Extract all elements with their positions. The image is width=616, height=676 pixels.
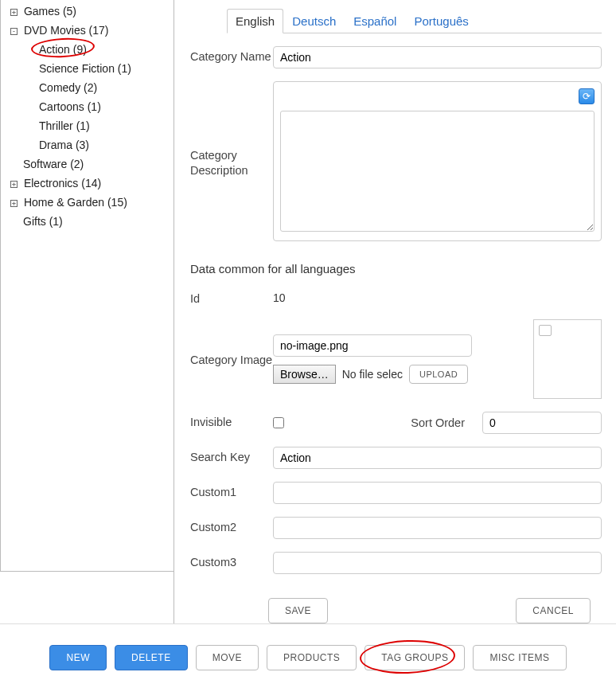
expand-icon[interactable]: + <box>10 200 18 207</box>
label-category-image: Category Image <box>190 350 273 368</box>
tree-label: Science Fiction (1) <box>39 62 131 75</box>
language-tabs: English Deutsch Español Português <box>227 8 602 33</box>
tree-item-scifi[interactable]: Science Fiction (1) <box>4 59 173 78</box>
tree-item-games[interactable]: + Games (5) <box>4 2 173 21</box>
expand-icon[interactable]: + <box>10 9 18 16</box>
tag-groups-button[interactable]: TAG GROUPS <box>365 645 465 670</box>
label-custom1: Custom1 <box>190 482 273 500</box>
tree-item-thriller[interactable]: Thriller (1) <box>4 116 173 135</box>
category-form: English Deutsch Español Português Catego… <box>173 0 616 623</box>
tree-label: Gifts (1) <box>23 215 63 228</box>
label-invisible: Invisible <box>190 412 273 430</box>
section-common-heading: Data common for all languages <box>190 262 602 275</box>
expand-icon[interactable]: + <box>10 181 18 188</box>
editor-toggle-icon[interactable]: ⟳ <box>579 88 595 104</box>
tree-label: Drama (3) <box>39 139 89 151</box>
tree-label: Games (5) <box>24 5 76 18</box>
image-file-input[interactable] <box>273 334 472 357</box>
move-button[interactable]: MOVE <box>196 645 259 670</box>
collapse-icon[interactable]: - <box>10 28 18 35</box>
new-button[interactable]: NEW <box>49 645 107 670</box>
label-category-description: Category Description <box>190 145 273 178</box>
tab-english[interactable]: English <box>227 9 283 33</box>
category-tree: + Games (5) - DVD Movies (17) Action (9)… <box>0 0 173 572</box>
label-category-name: Category Name <box>190 46 273 64</box>
tree-item-dvd[interactable]: - DVD Movies (17) <box>4 21 173 40</box>
no-file-label: No file selec <box>342 368 403 381</box>
invisible-checkbox[interactable] <box>273 417 284 428</box>
id-value: 10 <box>273 288 602 304</box>
tree-label: Electronics (14) <box>24 177 101 190</box>
bottom-toolbar: NEW DELETE MOVE PRODUCTS TAG GROUPS MISC… <box>0 645 616 670</box>
label-custom3: Custom3 <box>190 552 273 570</box>
label-custom2: Custom2 <box>190 517 273 535</box>
search-key-input[interactable] <box>273 447 602 469</box>
tree-item-software[interactable]: Software (2) <box>4 154 173 174</box>
delete-button[interactable]: DELETE <box>115 645 188 670</box>
tab-espanol[interactable]: Español <box>345 9 405 33</box>
tree-label: Software (2) <box>23 158 84 170</box>
tree-item-drama[interactable]: Drama (3) <box>4 135 173 154</box>
tree-label: DVD Movies (17) <box>24 24 109 37</box>
tree-item-comedy[interactable]: Comedy (2) <box>4 78 173 97</box>
tab-portugues[interactable]: Português <box>405 9 477 33</box>
tree-label: Home & Garden (15) <box>24 196 127 209</box>
category-description-textarea[interactable] <box>280 111 595 232</box>
tree-item-homegarden[interactable]: + Home & Garden (15) <box>4 193 173 212</box>
tree-label: Action (9) <box>39 43 87 56</box>
upload-button[interactable]: UPLOAD <box>409 365 468 384</box>
category-name-input[interactable] <box>273 46 602 68</box>
custom3-input[interactable] <box>273 552 602 574</box>
tree-item-electronics[interactable]: + Electronics (14) <box>4 174 173 193</box>
label-id: Id <box>190 288 273 307</box>
tab-deutsch[interactable]: Deutsch <box>283 9 345 33</box>
browse-button[interactable]: Browse… <box>273 365 336 384</box>
custom2-input[interactable] <box>273 517 602 539</box>
sort-order-input[interactable] <box>482 412 602 434</box>
products-button[interactable]: PRODUCTS <box>267 645 357 670</box>
custom1-input[interactable] <box>273 482 602 504</box>
tree-item-gifts[interactable]: Gifts (1) <box>4 212 173 231</box>
tree-item-action[interactable]: Action (9) <box>4 40 173 59</box>
cancel-button[interactable]: CANCEL <box>516 598 591 623</box>
tree-label: Comedy (2) <box>39 81 97 94</box>
tree-label: Cartoons (1) <box>39 100 101 113</box>
tree-item-cartoons[interactable]: Cartoons (1) <box>4 97 173 116</box>
tree-label: Thriller (1) <box>39 119 90 132</box>
label-search-key: Search Key <box>190 447 273 465</box>
description-editor: ⟳ <box>273 81 602 241</box>
save-button[interactable]: SAVE <box>268 598 328 623</box>
image-thumbnail <box>533 319 602 399</box>
misc-items-button[interactable]: MISC ITEMS <box>473 645 566 670</box>
label-sort-order: Sort Order <box>411 416 468 429</box>
